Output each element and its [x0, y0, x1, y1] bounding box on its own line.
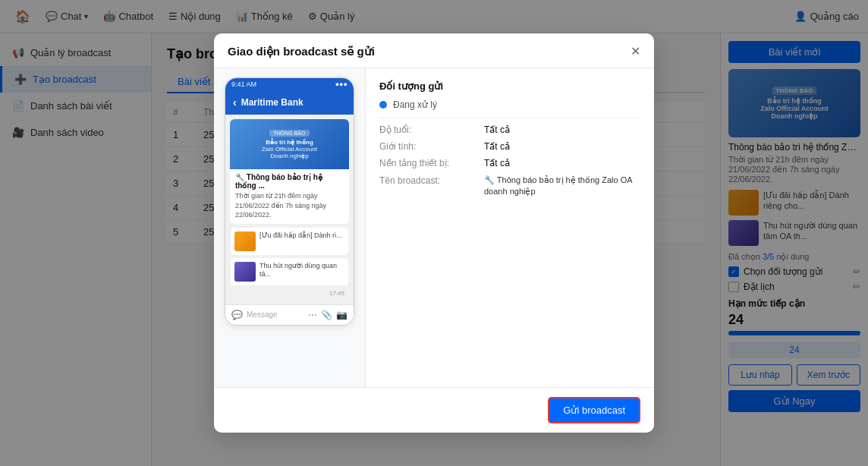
modal: Giao diện broadcast sẽ gửi ✕ 9:41 AM ●●●…	[214, 33, 654, 433]
gui-broadcast-button[interactable]: Gửi broadcast	[548, 397, 640, 423]
phone-mini-text-1: [Ưu đãi hấp dẫn] Dành ri...	[259, 231, 342, 241]
info-row-gioi-tinh: Giới tính: Tất cả	[379, 141, 640, 152]
phone-post-desc: Thời gian từ 21h đêm ngày 21/06/2022 đến…	[230, 191, 349, 224]
modal-footer: Gửi broadcast	[214, 387, 654, 433]
ten-broadcast-label: Tên broadcast:	[379, 175, 478, 186]
phone-mini-text-2: Thu hút người dùng quan tá...	[259, 262, 344, 279]
phone-mini-item-1: [Ưu đãi hấp dẫn] Dành ri...	[231, 228, 348, 255]
phone-post-banner: THÔNG BÁO Bảo trì hệ thống Zalo Official…	[230, 119, 349, 169]
phone-post-card: THÔNG BÁO Bảo trì hệ thống Zalo Official…	[230, 119, 349, 224]
info-section-title: Đối tượng gửi	[379, 80, 640, 92]
phone-inputbar: 💬 Message ⋯ 📎 📷	[225, 304, 354, 325]
phone-post-tag: THÔNG BÁO	[269, 130, 309, 137]
attach-icon: ⋯	[308, 310, 317, 320]
modal-header: Giao diện broadcast sẽ gửi ✕	[214, 33, 654, 68]
do-tuoi-value: Tất cả	[484, 124, 510, 135]
modal-title: Giao diện broadcast sẽ gửi	[228, 45, 375, 58]
modal-body: 9:41 AM ●●● ‹ Maritime Bank THÔNG BÁO	[214, 68, 654, 387]
phone-mini-posts: [Ưu đãi hấp dẫn] Dành ri... Thu hút ngườ…	[230, 228, 349, 285]
ten-broadcast-value: 🔧 Thông báo bảo trị hệ thống Zalo OA doa…	[484, 175, 640, 198]
info-row-ten-broadcast: Tên broadcast: 🔧 Thông báo bảo trị hệ th…	[379, 175, 640, 198]
message-icon: 💬	[231, 310, 243, 320]
info-row-nen-tang: Nền tảng thiết bị: Tất cả	[379, 158, 640, 168]
back-arrow-icon[interactable]: ‹	[233, 96, 237, 109]
modal-overlay[interactable]: Giao diện broadcast sẽ gửi ✕ 9:41 AM ●●●…	[0, 0, 868, 466]
nen-tang-value: Tất cả	[484, 158, 510, 168]
phone-preview-panel: 9:41 AM ●●● ‹ Maritime Bank THÔNG BÁO	[214, 68, 366, 387]
phone-header: ‹ Maritime Bank	[225, 90, 354, 115]
phone-statusbar: 9:41 AM ●●●	[225, 78, 354, 90]
info-status-row: Đang xử lý	[379, 99, 640, 110]
phone-mini-item-2: Thu hút người dùng quan tá...	[231, 258, 348, 285]
phone-frame: 9:41 AM ●●● ‹ Maritime Bank THÔNG BÁO	[225, 77, 354, 326]
info-row-do-tuoi: Độ tuổi: Tất cả	[379, 124, 640, 135]
info-divider-1	[379, 118, 640, 118]
gioi-tinh-value: Tất cả	[484, 141, 510, 152]
paperclip-icon: 📎	[321, 310, 332, 320]
message-placeholder: Message	[247, 310, 304, 319]
gioi-tinh-label: Giới tính:	[379, 141, 478, 152]
do-tuoi-label: Độ tuổi:	[379, 124, 478, 135]
status-text: Đang xử lý	[393, 99, 437, 110]
phone-mini-thumb-2	[234, 262, 256, 282]
status-dot	[379, 101, 387, 109]
modal-close-button[interactable]: ✕	[631, 44, 640, 58]
phone-post-title: 🔧 Thông báo bảo trị hệ thống ...	[230, 169, 349, 191]
phone-timestamp: 17:45	[230, 288, 349, 300]
modal-info-panel: Đối tượng gửi Đang xử lý Độ tuổi: Tất cả…	[366, 68, 654, 387]
phone-mini-thumb-1	[234, 231, 256, 251]
nen-tang-label: Nền tảng thiết bị:	[379, 158, 478, 168]
camera-icon: 📷	[336, 310, 348, 320]
phone-content: THÔNG BÁO Bảo trì hệ thống Zalo Official…	[225, 115, 354, 304]
